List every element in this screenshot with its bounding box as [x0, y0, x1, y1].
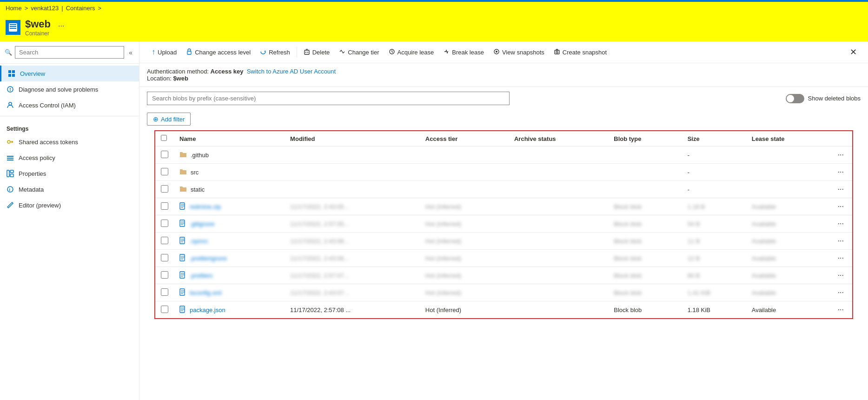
- row-check-cell: [155, 181, 174, 198]
- row-size: 1.18 KiB: [682, 301, 746, 319]
- sidebar-item-diagnose[interactable]: Diagnose and solve problems: [0, 81, 139, 97]
- change-tier-button[interactable]: Change tier: [334, 46, 384, 59]
- row-name-cell: tsconfig.xml: [174, 284, 285, 301]
- row-modified: 11/17/2022, 2:43:07...: [285, 284, 420, 301]
- sidebar-item-overview[interactable]: Overview: [0, 66, 139, 81]
- row-actions-cell: ···: [829, 284, 853, 301]
- row-name[interactable]: .npmrc: [190, 238, 208, 245]
- container-header: $web ... Container: [0, 14, 868, 41]
- sidebar-item-access-policy[interactable]: Access policy: [0, 150, 139, 166]
- row-check-cell: [155, 301, 174, 319]
- row-name[interactable]: static: [191, 186, 205, 193]
- row-check-cell: [155, 164, 174, 181]
- auth-switch-link[interactable]: Switch to Azure AD User Account: [247, 68, 336, 75]
- acquire-lease-button[interactable]: Acquire lease: [384, 46, 439, 59]
- row-more-button[interactable]: ···: [835, 287, 847, 298]
- row-checkbox[interactable]: [161, 237, 168, 244]
- row-checkbox[interactable]: [161, 202, 168, 210]
- add-filter-button[interactable]: ⊕ Add filter: [147, 113, 191, 126]
- sidebar-item-metadata[interactable]: i Metadata: [0, 181, 139, 197]
- auth-method: Access key: [211, 68, 244, 75]
- row-more-button[interactable]: ···: [835, 253, 847, 263]
- breadcrumb-containers[interactable]: Containers: [66, 5, 95, 12]
- row-blob-type: Block blob: [608, 250, 682, 267]
- row-checkbox[interactable]: [161, 168, 168, 175]
- break-lease-button[interactable]: Break lease: [438, 46, 489, 59]
- row-more-button[interactable]: ···: [835, 305, 847, 315]
- row-name[interactable]: tsconfig.xml: [190, 289, 222, 296]
- row-check-cell: [155, 250, 174, 267]
- th-blob-type: Blob type: [608, 131, 682, 147]
- th-lease-state: Lease state: [746, 131, 829, 147]
- row-checkbox[interactable]: [161, 254, 168, 261]
- row-more-button[interactable]: ···: [835, 201, 847, 212]
- row-checkbox[interactable]: [161, 306, 168, 313]
- row-checkbox[interactable]: [161, 151, 168, 158]
- svg-rect-3: [10, 24, 16, 25]
- refresh-button[interactable]: Refresh: [255, 46, 295, 59]
- show-deleted-toggle[interactable]: [786, 94, 804, 103]
- sidebar-nav: Overview Diagnose and solve problems Acc…: [0, 64, 139, 215]
- select-all-checkbox[interactable]: [161, 135, 167, 141]
- table-container: Name Modified Access tier Archive status…: [139, 130, 868, 400]
- row-name[interactable]: redmine.zip: [190, 203, 221, 210]
- row-modified: [285, 164, 420, 181]
- row-more-button[interactable]: ···: [835, 219, 847, 229]
- toolbar-sep-1: [297, 47, 297, 58]
- row-lease-state: [746, 147, 829, 164]
- svg-rect-19: [7, 170, 9, 177]
- row-size: -: [682, 164, 746, 181]
- delete-button[interactable]: Delete: [299, 46, 335, 59]
- row-name[interactable]: src: [191, 169, 199, 176]
- row-blob-type: [608, 164, 682, 181]
- row-modified: 11/17/2022, 2:43:05...: [285, 198, 420, 215]
- th-modified: Modified: [285, 131, 420, 147]
- row-name[interactable]: .prettierignore: [190, 255, 227, 262]
- name-cell: .github: [179, 151, 279, 159]
- show-deleted-label: Show deleted blobs: [808, 95, 861, 102]
- auth-info: Authentication method: Access key Switch…: [139, 63, 868, 87]
- upload-button[interactable]: ↑ Upload: [147, 45, 181, 59]
- close-button[interactable]: ✕: [846, 45, 861, 59]
- row-archive-status: [509, 147, 608, 164]
- row-archive-status: [509, 181, 608, 198]
- row-checkbox[interactable]: [161, 185, 168, 193]
- row-modified: 11/17/2022, 2:57:07...: [285, 267, 420, 284]
- svg-rect-6: [8, 74, 11, 77]
- row-name[interactable]: package.json: [190, 307, 225, 313]
- folder-icon: [179, 186, 187, 193]
- change-access-button[interactable]: Change access level: [181, 46, 255, 59]
- breadcrumb-home[interactable]: Home: [6, 5, 22, 12]
- container-ellipsis[interactable]: ...: [58, 20, 64, 28]
- sidebar-item-shared-tokens[interactable]: Shared access tokens: [0, 134, 139, 150]
- row-name[interactable]: .github: [191, 152, 209, 159]
- row-name[interactable]: .prettierc: [190, 272, 213, 279]
- row-more-button[interactable]: ···: [835, 184, 847, 194]
- add-filter-icon: ⊕: [153, 115, 159, 123]
- view-snapshots-button[interactable]: View snapshots: [489, 46, 549, 59]
- search-input[interactable]: [15, 46, 124, 59]
- row-more-button[interactable]: ···: [835, 270, 847, 280]
- sidebar-item-iam[interactable]: Access Control (IAM): [0, 97, 139, 113]
- sidebar-item-properties[interactable]: Properties: [0, 166, 139, 181]
- blob-search-input[interactable]: [147, 92, 510, 105]
- collapse-button[interactable]: «: [127, 48, 134, 57]
- row-checkbox[interactable]: [161, 271, 168, 279]
- row-access-tier: Hot (Inferred): [420, 233, 509, 250]
- name-cell: .npmrc: [179, 237, 279, 246]
- row-size: 11 B: [682, 233, 746, 250]
- sidebar-item-editor[interactable]: Editor (preview): [0, 197, 139, 213]
- row-access-tier: Hot (Inferred): [420, 215, 509, 233]
- row-more-button[interactable]: ···: [835, 167, 847, 177]
- row-more-button[interactable]: ···: [835, 236, 847, 246]
- sidebar-item-metadata-label: Metadata: [19, 186, 44, 193]
- row-checkbox[interactable]: [161, 288, 168, 296]
- row-name[interactable]: .gitignore: [190, 220, 214, 227]
- create-snapshot-button[interactable]: Create snapshot: [549, 46, 611, 59]
- row-more-button[interactable]: ···: [835, 150, 847, 160]
- row-checkbox[interactable]: [161, 220, 168, 227]
- breadcrumb-venkat[interactable]: venkat123: [31, 5, 59, 12]
- svg-rect-21: [10, 174, 13, 177]
- table-row: .prettierignore 11/17/2022, 2:43:06... H…: [155, 250, 853, 267]
- row-access-tier: Hot (Inferred): [420, 284, 509, 301]
